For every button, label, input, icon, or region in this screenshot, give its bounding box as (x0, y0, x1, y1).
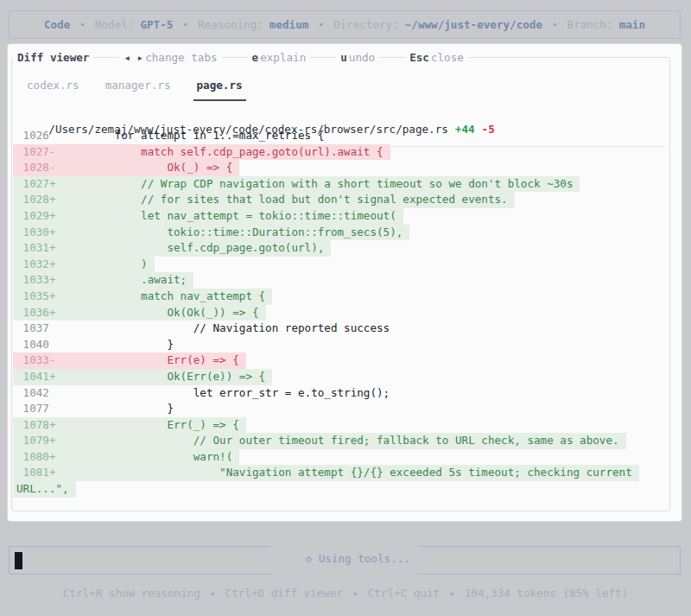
line-code: ) (62, 257, 148, 270)
line-number: 1028+ (16, 193, 62, 206)
diff-line: 1030+ tokio::time::Duration::from_secs(5… (13, 225, 678, 241)
tab-codex-rs[interactable]: codex.rs (23, 79, 83, 101)
line-code: let error_str = e.to_string(); (62, 386, 390, 399)
diff-line-highlight: 1078+ Err(_) => { (13, 417, 246, 434)
line-number: 1042 (16, 386, 62, 399)
diff-line-highlight: 1028+ // for sites that load but don't s… (13, 192, 515, 208)
diff-line-highlight: 1035+ match nav_attempt { (13, 289, 272, 305)
line-number: 1077 (16, 402, 62, 415)
separator-dot: • (318, 19, 324, 30)
line-number: 1033- (16, 353, 62, 366)
line-code: Ok(Err(e)) => { (62, 370, 265, 383)
hint-label: undo (349, 51, 375, 64)
line-code: Ok(_) => { (62, 161, 232, 174)
line-number: 1033+ (16, 273, 62, 286)
diff-line-highlight: 1077 } (13, 401, 181, 417)
diff-line: 1028+ // for sites that load but don't s… (13, 192, 678, 208)
line-code: match nav_attempt { (62, 289, 265, 302)
line-code: warn!( (62, 450, 232, 463)
tab-manager-rs[interactable]: manager.rs (102, 79, 174, 101)
line-code: Ok(Ok(_)) => { (62, 306, 258, 319)
topbar-label: Reasoning: (198, 18, 263, 31)
diff-viewer-panel: Diff viewer◂ ▸change tabseexplainuundoEs… (7, 43, 682, 522)
separator-dot: • (182, 19, 188, 30)
diff-line-highlight: 1032+ ) (13, 257, 155, 273)
diff-line-highlight: 1030+ tokio::time::Duration::from_secs(5… (13, 225, 409, 241)
diff-line: 1028- Ok(_) => { (13, 160, 678, 176)
line-number: 1029+ (16, 209, 62, 222)
topbar-label: Directory: (333, 18, 399, 31)
line-code: .await; (62, 273, 187, 286)
line-code: } (62, 402, 174, 415)
footer-hints: Ctrl+R show reasoning•Ctrl+D diff viewer… (0, 587, 691, 600)
diff-line: 1031+ self.cdp_page.goto(url), (13, 240, 678, 257)
line-number: 1027- (16, 145, 62, 158)
diff-line: 1027- match self.cdp_page.goto(url).awai… (13, 144, 678, 161)
app-name: Code (44, 18, 70, 31)
header-hint: Escclose (405, 51, 468, 64)
diff-line-highlight: 1036+ Ok(Ok(_)) => { (13, 305, 266, 321)
topbar-label: Branch: (567, 18, 613, 31)
diff-line-highlight: 1033- Err(e) => { (13, 352, 246, 369)
footer-hint: 104,334 tokens (85% left) (465, 587, 629, 600)
separator-dot: • (552, 19, 558, 30)
line-number: 1081+ (16, 466, 62, 479)
topbar-label: Model: (95, 18, 135, 31)
diff-viewer-title: Diff viewer (13, 51, 93, 64)
diff-line-highlight: 1027- match self.cdp_page.goto(url).awai… (13, 144, 390, 161)
separator-dot: • (449, 588, 455, 600)
line-number: 1032+ (16, 257, 62, 270)
diff-line-highlight: 1040 } (13, 337, 181, 353)
line-code: self.cdp_page.goto(url), (62, 241, 324, 254)
diff-line-highlight: 1037 // Navigation reported success (13, 321, 396, 337)
session-status-bar: Code•Model:GPT-5•Reasoning:medium•Direct… (9, 10, 681, 39)
text-cursor (15, 552, 22, 569)
diff-line-highlight: 1031+ self.cdp_page.goto(url), (13, 240, 331, 257)
diff-line: 1033- Err(e) => { (13, 352, 678, 369)
status-label: Using tools... (319, 552, 410, 565)
header-hint: uundo (336, 51, 379, 64)
separator-dot: • (352, 588, 358, 600)
composer-input[interactable]: ◇ Using tools... (9, 546, 681, 575)
diff-line: 1041+ Ok(Err(e)) => { (13, 369, 678, 385)
line-code: // for sites that load but don't signal … (62, 193, 508, 206)
diff-line: 1036+ Ok(Ok(_)) => { (13, 305, 678, 321)
line-code: tokio::time::Duration::from_secs(5), (62, 225, 403, 238)
diff-line: 1033+ .await; (13, 272, 678, 289)
line-number: 1079+ (16, 434, 62, 447)
line-code: URL...", (16, 482, 69, 495)
separator-dot: • (210, 588, 216, 600)
diff-line-highlight: 1041+ Ok(Err(e)) => { (13, 369, 272, 385)
topbar-value: GPT-5 (140, 18, 173, 31)
diff-line: 1035+ match nav_attempt { (13, 289, 678, 305)
hint-key: e (252, 51, 259, 64)
line-code: // Our outer timeout fired; fallback to … (62, 434, 618, 447)
line-code: } (62, 338, 174, 351)
line-code: // Wrap CDP navigation with a short time… (62, 177, 573, 190)
hint-key: u (340, 51, 347, 64)
topbar-value: ~/www/just-every/code (405, 18, 542, 31)
line-number: 1026 (16, 129, 62, 142)
line-number: 1035+ (16, 289, 62, 302)
hint-key: ◂ ▸ (124, 51, 143, 64)
diff-line: URL...", (13, 481, 678, 498)
diff-line-highlight: 1026 for attempt in 1..=max_retries { (13, 128, 331, 144)
diff-line: 1037 // Navigation reported success (13, 321, 678, 337)
separator-dot: • (79, 19, 86, 30)
tab-page-rs[interactable]: page.rs (193, 79, 246, 101)
diff-line-highlight: 1081+ "Navigation attempt {}/{} exceeded… (13, 465, 639, 481)
line-code: Err(e) => { (62, 353, 239, 366)
diff-line-highlight: 1042 let error_str = e.to_string(); (13, 385, 396, 402)
line-code: "Navigation attempt {}/{} exceeded 5s ti… (62, 466, 632, 479)
hint-key: Esc (409, 51, 429, 64)
diff-line: 1080+ warn!( (13, 449, 678, 466)
diff-line: 1077 } (13, 401, 678, 417)
hint-label: close (431, 51, 464, 64)
line-code: // Navigation reported success (62, 321, 390, 334)
line-code: let nav_attempt = tokio::time::timeout( (62, 209, 396, 222)
diff-line-highlight: 1033+ .await; (13, 272, 193, 289)
topbar-value: medium (269, 18, 309, 31)
line-number: 1036+ (16, 306, 62, 319)
hint-label: change tabs (145, 51, 217, 64)
footer-hint: Ctrl+C quit (368, 587, 440, 600)
